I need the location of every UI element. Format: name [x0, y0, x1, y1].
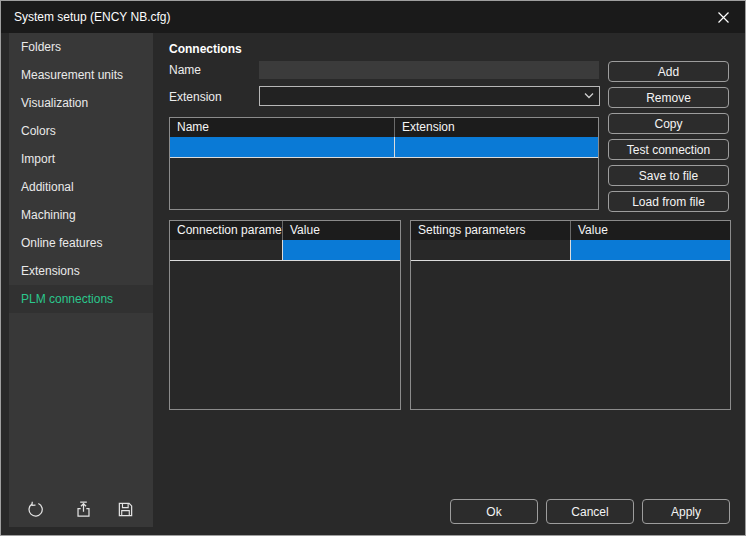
- settings-parameters-table: Settings parameters Value: [410, 220, 731, 410]
- name-input[interactable]: [259, 61, 599, 79]
- cell-parameter[interactable]: [411, 240, 571, 260]
- column-header-value[interactable]: Value: [571, 221, 730, 240]
- settings-category-sidebar: Folders Measurement units Visualization …: [9, 33, 153, 527]
- export-to-file-icon: [75, 501, 92, 518]
- extension-select[interactable]: [259, 86, 600, 106]
- sidebar-item-extensions[interactable]: Extensions: [9, 257, 153, 285]
- sidebar-item-plm-connections[interactable]: PLM connections: [9, 285, 153, 313]
- test-connection-button[interactable]: Test connection: [608, 139, 729, 160]
- column-header-settings-parameters[interactable]: Settings parameters: [411, 221, 571, 240]
- connection-parameters-selected-row[interactable]: [170, 240, 400, 261]
- extension-label: Extension: [169, 90, 222, 104]
- reset-button[interactable]: [25, 499, 45, 519]
- sidebar-item-folders[interactable]: Folders: [9, 33, 153, 61]
- name-label: Name: [169, 63, 201, 77]
- column-header-connection-parameters[interactable]: Connection parameters: [170, 221, 283, 240]
- connections-table-selected-row[interactable]: [170, 137, 598, 158]
- save-button-icon[interactable]: [115, 499, 135, 519]
- column-header-extension[interactable]: Extension: [395, 118, 598, 137]
- cell-extension[interactable]: [395, 137, 598, 157]
- remove-button[interactable]: Remove: [608, 87, 729, 108]
- cell-value[interactable]: [283, 240, 400, 260]
- cell-name[interactable]: [170, 137, 395, 157]
- copy-button[interactable]: Copy: [608, 113, 729, 134]
- sidebar-item-import[interactable]: Import: [9, 145, 153, 173]
- system-setup-dialog: System setup (ENCY NB.cfg) Folders Measu…: [0, 0, 746, 536]
- close-icon: [717, 11, 730, 24]
- sidebar-item-measurement-units[interactable]: Measurement units: [9, 61, 153, 89]
- close-button[interactable]: [714, 8, 732, 26]
- connection-parameters-table: Connection parameters Value: [169, 220, 401, 410]
- export-to-file-button[interactable]: [73, 499, 93, 519]
- settings-parameters-header: Settings parameters Value: [411, 221, 730, 240]
- sidebar-item-machining[interactable]: Machining: [9, 201, 153, 229]
- connections-table: Name Extension: [169, 117, 599, 210]
- ok-button[interactable]: Ok: [450, 499, 538, 524]
- column-header-value[interactable]: Value: [283, 221, 400, 240]
- save-icon: [117, 501, 134, 518]
- cell-parameter[interactable]: [170, 240, 283, 260]
- sidebar-item-online-features[interactable]: Online features: [9, 229, 153, 257]
- settings-parameters-selected-row[interactable]: [411, 240, 730, 261]
- cancel-button[interactable]: Cancel: [546, 499, 634, 524]
- add-button[interactable]: Add: [608, 61, 729, 82]
- cell-value[interactable]: [571, 240, 730, 260]
- apply-button[interactable]: Apply: [642, 499, 730, 524]
- save-to-file-button[interactable]: Save to file: [608, 165, 729, 186]
- reset-icon: [27, 501, 44, 518]
- window-title: System setup (ENCY NB.cfg): [14, 10, 171, 24]
- sidebar-item-additional[interactable]: Additional: [9, 173, 153, 201]
- sidebar-item-visualization[interactable]: Visualization: [9, 89, 153, 117]
- column-header-name[interactable]: Name: [170, 118, 395, 137]
- load-from-file-button[interactable]: Load from file: [608, 191, 729, 212]
- config-toolbar: [9, 497, 153, 523]
- section-title: Connections: [169, 42, 242, 56]
- title-bar: System setup (ENCY NB.cfg): [1, 1, 745, 33]
- connections-table-header: Name Extension: [170, 118, 598, 137]
- connection-parameters-header: Connection parameters Value: [170, 221, 400, 240]
- sidebar-item-colors[interactable]: Colors: [9, 117, 153, 145]
- chevron-down-icon: [579, 92, 599, 100]
